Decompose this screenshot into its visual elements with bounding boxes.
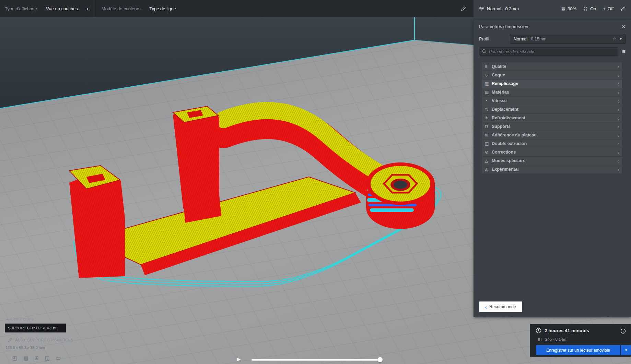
profile-dropdown[interactable]: Normal 0.15mm ☆ ▾ [510, 34, 626, 44]
rename-pencil-icon[interactable] [8, 338, 12, 342]
chevron-left-icon: ‹ [617, 98, 619, 104]
settings-category-speed[interactable]: ◔ Vitesse ‹ [482, 97, 622, 105]
object-dimensions: 123.8 x 60.3 x 35.0 mm [5, 345, 45, 350]
play-button[interactable]: ▶ [237, 356, 241, 362]
adhesion-summary: + Off [603, 6, 614, 11]
infill-value: 30% [568, 6, 576, 11]
support-summary: On [583, 6, 596, 11]
category-label: Modes spéciaux [492, 158, 525, 163]
chevron-left-icon: ‹ [617, 107, 619, 112]
chevron-left-icon: ‹ [617, 90, 619, 95]
settings-search-row: ≡ [474, 47, 631, 60]
category-label: Adhérence du plateau [492, 133, 537, 137]
settings-category-experimental[interactable]: ◭ Expérimental ‹ [482, 165, 622, 173]
material-spool-icon [538, 337, 542, 341]
category-label: Qualité [492, 64, 506, 69]
settings-panel-header: Paramètres d'impression × [474, 20, 631, 33]
profile-row: Profil Normal 0.15mm ☆ ▾ [474, 33, 631, 47]
edit-setup-icon[interactable] [620, 6, 626, 11]
settings-category-material[interactable]: ▤ Matériau ‹ [482, 88, 622, 96]
info-icon[interactable] [620, 328, 626, 334]
category-label: Remplissage [492, 81, 518, 86]
settings-category-dual-extrusion[interactable]: ◫ Double extrusion ‹ [482, 139, 622, 148]
speed-icon: ◔ [485, 98, 492, 103]
chevron-left-icon: ‹ [485, 304, 487, 310]
settings-category-special-modes[interactable]: △ Modes spéciaux ‹ [482, 157, 622, 165]
layer-slider-track[interactable] [252, 359, 382, 361]
profile-layer-height: 0.15mm [531, 37, 546, 41]
divider [95, 0, 95, 17]
settings-category-infill[interactable]: ▦ Remplissage ‹ [482, 80, 622, 88]
star-icon[interactable]: ☆ [612, 36, 617, 41]
chevron-left-icon: ‹ [617, 73, 619, 78]
view-settings-bar: Type d'affichage Vue en couches ‹ Modèle… [0, 0, 474, 17]
settings-category-shell[interactable]: ◇ Coque ‹ [482, 71, 622, 79]
split-view-icon[interactable]: ◫ [45, 355, 50, 361]
chevron-left-icon: ‹ [617, 124, 619, 129]
object-name-row[interactable]: AU30_SUPPORT CT8500 REV3 [8, 338, 73, 342]
recommended-mode-button[interactable]: ‹ Recommandé [479, 301, 522, 312]
settings-category-adhesion[interactable]: ⊞ Adhérence du plateau ‹ [482, 131, 622, 139]
layer-slider-handle[interactable] [377, 357, 383, 362]
material-usage-row: 24g · 8.14m [538, 337, 566, 341]
selected-object-name: SUPPORT CT8500 REV3.stl [8, 326, 56, 330]
settings-category-cooling[interactable]: ✳ Refroidissement ‹ [482, 114, 622, 122]
category-label: Refroidissement [492, 116, 525, 120]
plate-grid-icon[interactable]: ⊞ [34, 355, 39, 361]
experimental-icon: ◭ [485, 167, 492, 172]
save-to-removable-button[interactable]: Enregistrer sur un lecteur amovible [536, 345, 620, 355]
settings-category-support[interactable]: ⊓ Supports ‹ [482, 122, 622, 131]
support-icon: ⊓ [485, 124, 492, 129]
color-scheme-value[interactable]: Type de ligne [149, 6, 176, 11]
material-icon: ▤ [485, 90, 492, 95]
special-modes-icon: △ [485, 158, 492, 163]
collapse-view-panel-icon[interactable]: ‹ [87, 5, 89, 12]
material-usage: 24g · 8.14m [545, 337, 566, 341]
infill-icon: ▦ [561, 6, 565, 11]
search-box [479, 47, 618, 56]
category-label: Double extrusion [492, 141, 527, 146]
close-icon[interactable]: × [622, 23, 626, 30]
save-button-label: Enregistrer sur un lecteur amovible [546, 348, 610, 353]
sheet-icon[interactable]: ▭ [56, 355, 61, 361]
settings-category-quality[interactable]: ≡ Qualité ‹ [482, 62, 622, 71]
print-time-row: 2 heures 41 minutes [536, 328, 589, 333]
chevron-left-icon: ‹ [617, 133, 619, 138]
print-settings-panel: Paramètres d'impression × Profil Normal … [474, 20, 631, 317]
chevron-left-icon: ‹ [617, 141, 619, 146]
infill-icon: ▦ [485, 81, 492, 86]
quality-icon: ≡ [485, 64, 492, 69]
profile-sliders-icon [479, 6, 484, 11]
profile-label: Profil [479, 36, 510, 41]
category-label: Expérimental [492, 167, 519, 172]
settings-menu-icon[interactable]: ≡ [622, 48, 626, 55]
edit-view-icon[interactable] [461, 6, 466, 11]
chevron-left-icon: ‹ [617, 150, 619, 155]
dual-extrusion-icon: ◫ [485, 141, 492, 146]
settings-category-corrections[interactable]: ⊘ Corrections ‹ [482, 148, 622, 156]
panel-resize-handle[interactable] [474, 317, 631, 320]
scene-tools: ◰ ▦ ⊞ ◫ ▭ [12, 355, 61, 361]
print-setup-summary[interactable]: Normal - 0.2mm ▦ 30% On + Off [474, 0, 631, 17]
object-list-toggle[interactable]: ▾ Liste d'objets [6, 317, 34, 321]
settings-category-list: ≡ Qualité ‹ ◇ Coque ‹ ▦ Remplissage ‹ ▤ … [474, 60, 631, 174]
settings-category-travel[interactable]: ⇅ Déplacement ‹ [482, 105, 622, 113]
save-options-dropdown[interactable]: ▾ [621, 345, 631, 355]
cube-icon[interactable]: ◰ [12, 355, 17, 361]
profile-name: Normal [514, 37, 527, 41]
support-value: On [590, 6, 596, 11]
search-icon [482, 49, 487, 54]
infill-summary: ▦ 30% [561, 6, 576, 11]
recommended-label: Recommandé [489, 304, 516, 309]
settings-search-input[interactable] [479, 47, 618, 56]
chevron-left-icon: ‹ [617, 116, 619, 121]
display-type-value[interactable]: Vue en couches [46, 6, 78, 11]
grid-icon[interactable]: ▦ [23, 355, 28, 361]
top-bar: Type d'affichage Vue en couches ‹ Modèle… [0, 0, 631, 17]
color-scheme-label: Modèle de couleurs [102, 6, 140, 11]
chevron-left-icon: ‹ [617, 64, 619, 69]
chevron-down-icon: ▾ [620, 37, 622, 41]
setup-quick-values: ▦ 30% On + Off [561, 6, 626, 11]
object-list-label: Liste d'objets [11, 317, 34, 321]
object-list-item[interactable]: SUPPORT CT8500 REV3.stl [5, 324, 66, 332]
